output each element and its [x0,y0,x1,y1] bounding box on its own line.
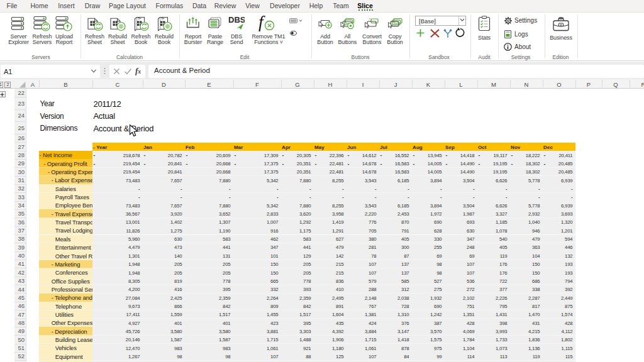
svg-text:DBS: DBS [228,16,245,25]
svg-text:f: f [258,15,265,31]
